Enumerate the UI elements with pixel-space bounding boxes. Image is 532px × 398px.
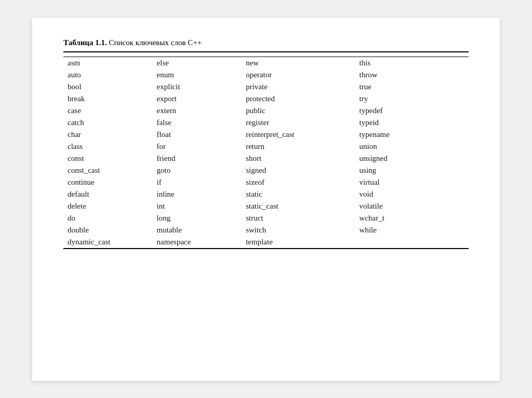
table-cell-6-3: typename	[355, 129, 469, 141]
table-row: caseexternpublictypedef	[63, 105, 469, 117]
table-cell-14-1: mutable	[153, 224, 242, 236]
table-cell-13-1: long	[153, 212, 242, 224]
table-title: Таблица 1.1. Список ключевых слов С++	[63, 38, 469, 47]
table-cell-1-3: throw	[355, 69, 469, 81]
table-cell-0-3: this	[355, 57, 469, 69]
table-cell-3-3: try	[355, 93, 469, 105]
table-cell-13-3: wchar_t	[355, 212, 469, 224]
table-cell-5-2: register	[242, 117, 355, 129]
table-cell-2-3: true	[355, 81, 469, 93]
table-title-normal: Список ключевых слов С++	[109, 38, 202, 47]
table-cell-0-1: else	[153, 57, 242, 69]
table-header-col1	[63, 52, 153, 57]
table-cell-11-1: inline	[153, 188, 242, 200]
table-cell-10-1: if	[153, 176, 242, 188]
table-row: constfriendshortunsigned	[63, 153, 469, 164]
table-cell-15-1: namespace	[153, 236, 242, 249]
table-cell-3-2: protected	[242, 93, 355, 105]
table-cell-14-2: switch	[242, 224, 355, 236]
table-row: deleteintstatic_castvolatile	[63, 200, 469, 212]
table-cell-11-0: default	[63, 188, 153, 200]
table-row: autoenumoperatorthrow	[63, 69, 469, 81]
table-header-col4	[355, 52, 469, 57]
table-cell-4-3: typedef	[355, 105, 469, 117]
table-row: catchfalseregistertypeid	[63, 117, 469, 129]
table-cell-0-2: new	[242, 57, 355, 69]
table-cell-5-0: catch	[63, 117, 153, 129]
table-cell-15-2: template	[242, 236, 355, 249]
table-cell-7-2: return	[242, 141, 355, 153]
table-cell-4-2: public	[242, 105, 355, 117]
table-cell-4-1: extern	[153, 105, 242, 117]
table-cell-3-1: export	[153, 93, 242, 105]
table-footer-cell	[63, 249, 469, 252]
page: Таблица 1.1. Список ключевых слов С++ as…	[32, 18, 500, 381]
table-row: breakexportprotectedtry	[63, 93, 469, 105]
table-cell-6-0: char	[63, 129, 153, 141]
table-row: classforreturnunion	[63, 141, 469, 153]
table-title-bold: Таблица 1.1.	[63, 38, 107, 47]
table-cell-14-0: double	[63, 224, 153, 236]
table-header-row	[63, 52, 469, 57]
table-cell-2-0: bool	[63, 81, 153, 93]
table-cell-8-2: short	[242, 153, 355, 164]
table-cell-1-0: auto	[63, 69, 153, 81]
table-cell-3-0: break	[63, 93, 153, 105]
table-row: dynamic_castnamespacetemplate	[63, 236, 469, 249]
table-cell-13-2: struct	[242, 212, 355, 224]
table-footer-row	[63, 249, 469, 252]
table-cell-9-3: using	[355, 164, 469, 176]
table-cell-8-0: const	[63, 153, 153, 164]
table-cell-14-3: while	[355, 224, 469, 236]
table-cell-12-2: static_cast	[242, 200, 355, 212]
table-cell-5-1: false	[153, 117, 242, 129]
table-cell-1-2: operator	[242, 69, 355, 81]
table-header-col3	[242, 52, 355, 57]
table-cell-2-2: private	[242, 81, 355, 93]
table-cell-15-0: dynamic_cast	[63, 236, 153, 249]
table-cell-8-3: unsigned	[355, 153, 469, 164]
table-cell-7-0: class	[63, 141, 153, 153]
table-row: charfloatreinterpret_casttypename	[63, 129, 469, 141]
table-row: asmelsenewthis	[63, 57, 469, 69]
table-row: defaultinlinestaticvoid	[63, 188, 469, 200]
table-cell-10-3: virtual	[355, 176, 469, 188]
table-cell-12-3: volatile	[355, 200, 469, 212]
table-header-col2	[153, 52, 242, 57]
table-cell-10-0: continue	[63, 176, 153, 188]
table-cell-6-2: reinterpret_cast	[242, 129, 355, 141]
table-row: doublemutableswitchwhile	[63, 224, 469, 236]
table-cell-10-2: sizeof	[242, 176, 355, 188]
table-row: continueifsizeofvirtual	[63, 176, 469, 188]
table-cell-2-1: explicit	[153, 81, 242, 93]
table-cell-11-3: void	[355, 188, 469, 200]
table-cell-5-3: typeid	[355, 117, 469, 129]
table-body: asmelsenewthisautoenumoperatorthrowboole…	[63, 57, 469, 249]
table-cell-9-0: const_cast	[63, 164, 153, 176]
table-row: const_castgotosignedusing	[63, 164, 469, 176]
table-cell-11-2: static	[242, 188, 355, 200]
table-cell-8-1: friend	[153, 153, 242, 164]
table-cell-9-1: goto	[153, 164, 242, 176]
table-cell-6-1: float	[153, 129, 242, 141]
table-cell-12-1: int	[153, 200, 242, 212]
table-cell-9-2: signed	[242, 164, 355, 176]
table-cell-7-1: for	[153, 141, 242, 153]
table-cell-1-1: enum	[153, 69, 242, 81]
table-cell-12-0: delete	[63, 200, 153, 212]
table-cell-13-0: do	[63, 212, 153, 224]
table-row: boolexplicitprivatetrue	[63, 81, 469, 93]
table-cell-15-3	[355, 236, 469, 249]
table-row: dolongstructwchar_t	[63, 212, 469, 224]
table-cell-4-0: case	[63, 105, 153, 117]
table-cell-0-0: asm	[63, 57, 153, 69]
keywords-table: asmelsenewthisautoenumoperatorthrowboole…	[63, 51, 469, 252]
table-cell-7-3: union	[355, 141, 469, 153]
